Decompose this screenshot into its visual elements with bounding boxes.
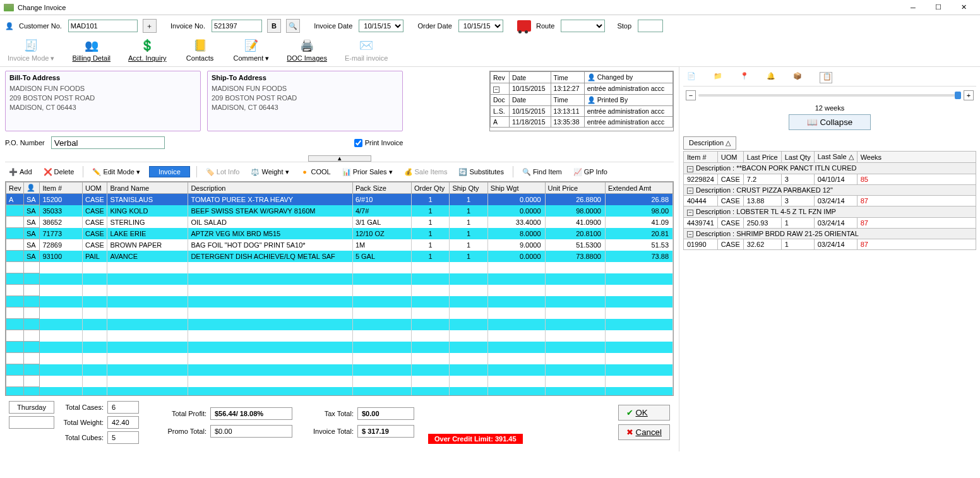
sale-items-button[interactable]: 💰Sale Items [402,166,450,177]
table-row[interactable] [6,353,673,364]
tab-5-icon[interactable]: 📦 [793,72,806,83]
comment-button[interactable]: 📝 Comment ▾ [234,38,270,63]
table-row[interactable]: SA38652CASESTERLINGOIL SALAD3/1 GAL1133.… [6,217,673,228]
table-row[interactable] [6,342,673,353]
weeks-slider[interactable]: − + [683,87,976,104]
table-row[interactable] [6,273,673,285]
comment-icon: 📝 [242,38,260,53]
search-invoice-button[interactable]: 🔍 [286,19,300,33]
route-label: Route [536,22,554,30]
substitutes-icon: 🔄 [458,167,467,176]
slider-minus-button[interactable]: − [686,90,696,100]
slider-thumb[interactable] [955,92,961,99]
route-select[interactable] [561,20,605,32]
print-invoice-checkbox[interactable]: Print Invoice [354,139,403,147]
tab-4-icon[interactable]: 🔔 [767,72,779,83]
bill-to-box: Bill-To Address MADISON FUN FOODS 209 BO… [5,71,201,131]
history-grid[interactable]: Item # UOM Last Price Last Qty Last Sale… [683,151,976,250]
table-row[interactable] [6,285,673,296]
line-items-grid[interactable]: Rev 👤 Item # UOM Brand Name Description … [5,181,674,396]
bill-to-heading: Bill-To Address [9,74,196,81]
lot-info-button[interactable]: 🏷️Lot Info [203,166,242,177]
history-group-row[interactable]: −Description : CRUST PIZZA PARBAKED 12" [684,184,976,196]
ok-button[interactable]: ✔OK [618,405,671,421]
invoice-date-label: Invoice Date [314,22,352,30]
po-input[interactable] [51,136,165,149]
tab-2-icon[interactable]: 📁 [714,72,726,83]
invoice-mode-icon: 🧾 [22,38,40,53]
acct-inquiry-button[interactable]: 💲 Acct. Inquiry [128,38,167,63]
contacts-button[interactable]: 📒 Contacts [184,38,216,63]
order-date-select[interactable]: 10/15/15 [458,20,503,32]
cool-button[interactable]: ●COOL [298,166,333,177]
table-row[interactable] [6,296,673,308]
doc-images-button[interactable]: 🖨️ DOC Images [287,38,327,63]
invoice-date-select[interactable]: 10/15/15 [359,20,403,32]
stop-input[interactable] [638,20,663,32]
table-row[interactable] [6,308,673,319]
gp-info-button[interactable]: 📈GP Info [571,166,610,177]
table-row[interactable] [6,319,673,330]
add-button[interactable]: ➕Add [6,166,35,177]
day-box: Thursday [9,401,54,414]
close-button[interactable]: ✕ [951,1,976,15]
b-button[interactable]: B [267,19,281,33]
collapse-button[interactable]: 📖 Collapse [789,114,871,130]
substitutes-button[interactable]: 🔄Substitutes [456,166,506,177]
ship-to-text: MADISON FUN FOODS 209 BOSTON POST ROAD M… [212,84,398,112]
side-tabs: 📄 📁 📍 🔔 📦 📋 [683,69,976,87]
contacts-icon: 📒 [191,38,209,53]
billing-detail-button[interactable]: 👥 Billing Detail [73,38,111,63]
history-group-row[interactable]: −Description : **BACON PORK PANCT ITLN C… [684,163,976,174]
ship-to-box: Ship-To Address MADISON FUN FOODS 209 BO… [207,71,403,131]
billing-detail-icon: 👥 [83,38,100,53]
table-row[interactable] [6,376,673,387]
history-data-row[interactable]: 4439741CASE250.93103/24/1487 [684,217,976,228]
edit-mode-button[interactable]: ✏️Edit Mode ▾ [90,166,143,177]
table-row[interactable] [6,262,673,273]
prior-sales-icon: 📊 [342,167,351,176]
history-data-row[interactable]: 9229824CASE7.2304/10/1485 [684,174,976,184]
cancel-button[interactable]: ✖Cancel [618,424,671,440]
add-customer-button[interactable]: ＋ [143,19,157,33]
table-row[interactable]: SA35033CASEKING KOLDBEEF SWISS STEAK W/G… [6,205,673,217]
sale-items-icon: 💰 [404,167,413,176]
find-item-icon: 🔍 [522,167,531,176]
credit-warning: Over Credit Limit: 391.45 [428,434,523,444]
doc-images-icon: 🖨️ [298,38,316,53]
table-row[interactable]: ASA15200CASESTANISLAUSTOMATO PUREE X-TRA… [6,194,673,205]
slider-plus-button[interactable]: + [964,90,974,100]
maximize-button[interactable]: ☐ [926,1,951,15]
tab-3-icon[interactable]: 📍 [740,72,753,83]
history-group-row[interactable]: −Description : LOBSTER TL 4-5 Z TL FZN I… [684,206,976,218]
tax-value: $0.00 [357,407,414,420]
tab-1-icon[interactable]: 📄 [687,72,700,83]
email-invoice-button[interactable]: ✉️ E-mail invoice [345,38,388,63]
delete-button[interactable]: ❌Delete [41,166,77,177]
add-icon: ➕ [9,167,18,176]
mode-indicator[interactable]: Invoice [149,166,190,177]
description-header[interactable]: Description △ [683,136,736,150]
find-item-button[interactable]: 🔍Find Item [520,166,565,177]
weight-button[interactable]: ⚖️Weight ▾ [248,166,291,177]
profit-value: $56.44/ 18.08% [210,407,292,420]
table-row[interactable]: SA93100PAILAVANCEDETERGENT DISH ACHIEVE/… [6,251,673,262]
minimize-button[interactable]: ─ [900,1,926,15]
splitter[interactable]: ▴ [5,154,674,162]
table-row[interactable] [6,364,673,376]
invoice-mode-button[interactable]: 🧾 Invoice Mode ▾ [8,38,55,63]
history-group-row[interactable]: −Description : SHRIMP BRDD RAW 21-25 ORI… [684,228,976,239]
table-row[interactable]: SA72869CASEBROWN PAPERBAG FOIL "HOT DOG"… [6,239,673,251]
table-row[interactable] [6,330,673,342]
tab-6-icon[interactable]: 📋 [820,72,832,83]
collapse-icon[interactable]: − [493,87,499,93]
cases-value: 6 [107,401,139,414]
history-data-row[interactable]: 01990CASE32.62103/24/1487 [684,239,976,250]
invoice-no-input[interactable] [212,20,262,32]
prior-sales-button[interactable]: 📊Prior Sales ▾ [340,166,395,177]
customer-no-input[interactable] [68,20,138,32]
history-data-row[interactable]: 40444CASE13.88303/24/1487 [684,196,976,206]
table-row[interactable] [6,387,673,397]
cubes-value: 5 [107,431,139,444]
table-row[interactable]: SA71773CASELAKE ERIEAPTZR VEG MIX BRD M5… [6,228,673,239]
